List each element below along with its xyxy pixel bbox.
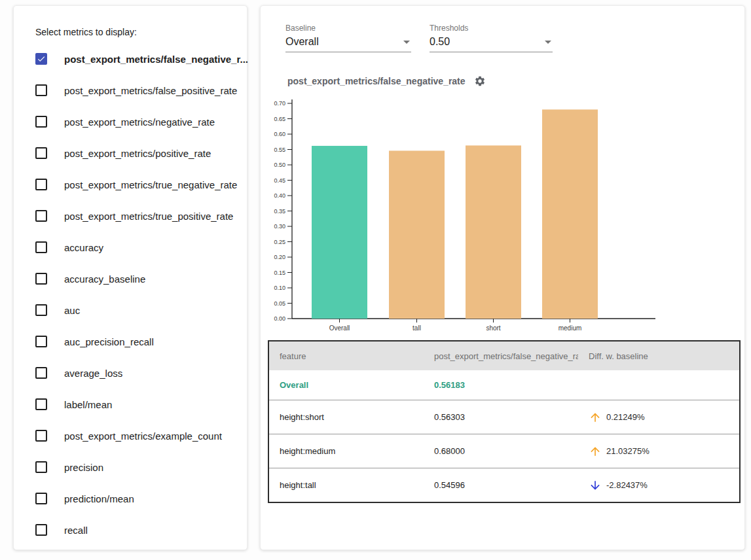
metric-label: auc (64, 305, 80, 316)
bar-tall[interactable] (389, 150, 445, 319)
checkbox-unchecked-icon[interactable] (35, 84, 47, 96)
col-header-metric: post_export_metrics/false_negative_rat..… (424, 351, 578, 361)
diff-cell: -2.82437% (578, 479, 739, 492)
table-row-Overall: Overall0.56183 (269, 370, 739, 400)
feature-cell: height:short (269, 412, 424, 422)
metric-label: post_export_metrics/positive_rate (64, 148, 211, 159)
checkbox-unchecked-icon[interactable] (35, 398, 47, 410)
diff-cell: 21.03275% (578, 445, 739, 458)
metric-checkbox-item[interactable]: post_export_metrics/false_negative_r... (14, 43, 247, 75)
baseline-select[interactable]: Baseline Overall (285, 24, 411, 52)
metric-checkbox-item[interactable]: post_export_metrics/example_count (14, 420, 247, 451)
y-axis-tick-label: 0.70 (274, 100, 285, 107)
metric-checkbox-item[interactable]: accuracy (14, 232, 247, 263)
feature-cell: Overall (269, 380, 424, 390)
checkbox-unchecked-icon[interactable] (35, 147, 47, 159)
checkbox-unchecked-icon[interactable] (35, 304, 47, 316)
metric-label: prediction/mean (64, 493, 134, 504)
baseline-value: Overall (285, 36, 319, 48)
metric-checkbox-item[interactable]: auc_precision_recall (14, 326, 247, 357)
metric-label: post_export_metrics/true_positive_rate (64, 211, 233, 222)
checkbox-unchecked-icon[interactable] (35, 179, 47, 190)
metric-label: post_export_metrics/false_positive_rate (64, 85, 237, 96)
metric-checkbox-item[interactable]: accuracy_baseline (14, 263, 247, 294)
metric-checkbox-item[interactable]: post_export_metrics/positive_rate (14, 137, 247, 169)
metric-checkbox-item[interactable]: post_export_metrics/negative_rate (14, 106, 247, 137)
bar-chart: 0.000.050.100.150.200.250.300.350.400.45… (272, 96, 672, 341)
y-axis-tick-label: 0.20 (274, 254, 285, 260)
bar-Overall[interactable] (312, 146, 367, 319)
checkbox-unchecked-icon[interactable] (35, 210, 47, 222)
checkbox-unchecked-icon[interactable] (35, 430, 47, 442)
checkbox-unchecked-icon[interactable] (35, 367, 47, 379)
metric-checkbox-item[interactable]: precision (14, 451, 247, 483)
table-row-height:tall: height:tall0.54596-2.82437% (269, 468, 739, 502)
metric-checkbox-item[interactable]: post_export_metrics/true_positive_rate (14, 200, 247, 232)
metric-checkbox-item[interactable]: recall (14, 514, 247, 546)
metric-label: auc_precision_recall (64, 336, 154, 347)
metric-label: accuracy_baseline (64, 273, 145, 285)
x-axis-category-label: short (486, 324, 500, 332)
baseline-label: Baseline (285, 24, 411, 33)
y-axis-tick-label: 0.40 (274, 192, 285, 199)
y-axis-tick-label: 0.55 (274, 147, 285, 153)
y-axis-tick-label: 0.60 (274, 131, 285, 137)
checkbox-unchecked-icon[interactable] (35, 241, 47, 253)
table-header-row: feature post_export_metrics/false_negati… (269, 341, 739, 370)
checkbox-unchecked-icon[interactable] (35, 273, 47, 285)
metric-checkbox-item[interactable]: auc (14, 294, 247, 326)
y-axis-tick-label: 0.35 (274, 208, 285, 215)
y-axis-tick-label: 0.45 (274, 177, 285, 184)
y-axis-tick-label: 0.30 (274, 223, 285, 230)
metrics-table: feature post_export_metrics/false_negati… (268, 340, 741, 503)
dropdown-arrow-icon (545, 41, 551, 44)
metric-checkbox-item[interactable]: post_export_metrics/false_positive_rate (14, 75, 247, 106)
metric-checkbox-item[interactable]: post_export_metrics/true_negative_rate (14, 169, 247, 200)
checkbox-unchecked-icon[interactable] (35, 336, 47, 347)
metric-checkbox-item[interactable]: label/mean (14, 389, 247, 420)
thresholds-select[interactable]: Thresholds 0.50 (430, 24, 553, 52)
checkbox-unchecked-icon[interactable] (35, 493, 47, 504)
diff-value: 21.03275% (606, 446, 650, 456)
col-header-diff: Diff. w. baseline (578, 351, 739, 361)
metric-picker-panel: Select metrics to display: post_export_m… (13, 5, 247, 550)
metric-picker-title: Select metrics to display: (35, 27, 137, 37)
y-axis-tick-label: 0.15 (274, 270, 285, 276)
bar-medium[interactable] (542, 109, 598, 319)
metric-label: post_export_metrics/true_negative_rate (64, 179, 237, 190)
metric-checkbox-item[interactable]: average_loss (14, 357, 247, 389)
metrics-list: post_export_metrics/false_negative_r...p… (14, 43, 247, 546)
y-axis-tick-label: 0.05 (274, 300, 285, 307)
x-axis-category-label: Overall (329, 324, 350, 332)
checkbox-unchecked-icon[interactable] (35, 116, 47, 128)
feature-cell: height:medium (269, 446, 424, 456)
metric-label: label/mean (64, 399, 112, 410)
checkbox-checked-icon[interactable] (35, 53, 47, 65)
table-row-height:medium: height:medium0.6800021.03275% (269, 434, 739, 468)
y-axis-tick-label: 0.10 (274, 285, 285, 291)
metric-label: average_loss (64, 368, 122, 379)
diff-value: -2.82437% (606, 480, 648, 490)
y-axis-tick-label: 0.65 (274, 116, 285, 122)
metric-checkbox-item[interactable]: prediction/mean (14, 483, 247, 514)
checkbox-unchecked-icon[interactable] (35, 461, 47, 473)
table-row-height:short: height:short0.563030.21249% (269, 400, 739, 434)
col-header-feature: feature (269, 351, 424, 361)
arrow-down-icon (589, 479, 602, 492)
table-body: Overall0.56183height:short0.563030.21249… (269, 370, 739, 502)
metric-label: post_export_metrics/false_negative_r... (64, 54, 248, 65)
metric-label: post_export_metrics/example_count (64, 430, 222, 442)
bar-short[interactable] (466, 145, 521, 319)
y-axis-tick-label: 0.00 (274, 315, 285, 322)
arrow-up-icon (589, 411, 602, 424)
metric-label: precision (64, 462, 103, 473)
metric-display-panel: Baseline Overall Thresholds 0.50 post_ex… (260, 5, 745, 550)
feature-cell: height:tall (269, 480, 424, 490)
thresholds-label: Thresholds (430, 24, 553, 33)
diff-value: 0.21249% (606, 412, 645, 422)
y-axis-tick-label: 0.50 (274, 162, 285, 168)
settings-gear-icon[interactable] (474, 75, 486, 87)
thresholds-value: 0.50 (430, 36, 450, 48)
metric-value-cell: 0.68000 (424, 446, 578, 456)
checkbox-unchecked-icon[interactable] (35, 524, 47, 536)
